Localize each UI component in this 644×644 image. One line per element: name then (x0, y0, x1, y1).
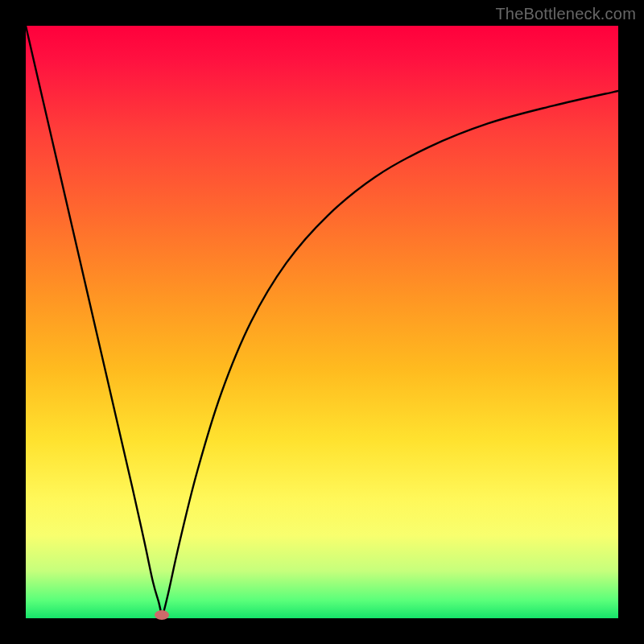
chart-frame: TheBottleneck.com (0, 0, 644, 644)
bottleneck-curve (26, 26, 618, 618)
cusp-marker (155, 610, 169, 620)
watermark-text: TheBottleneck.com (495, 5, 636, 23)
plot-area (26, 26, 618, 618)
